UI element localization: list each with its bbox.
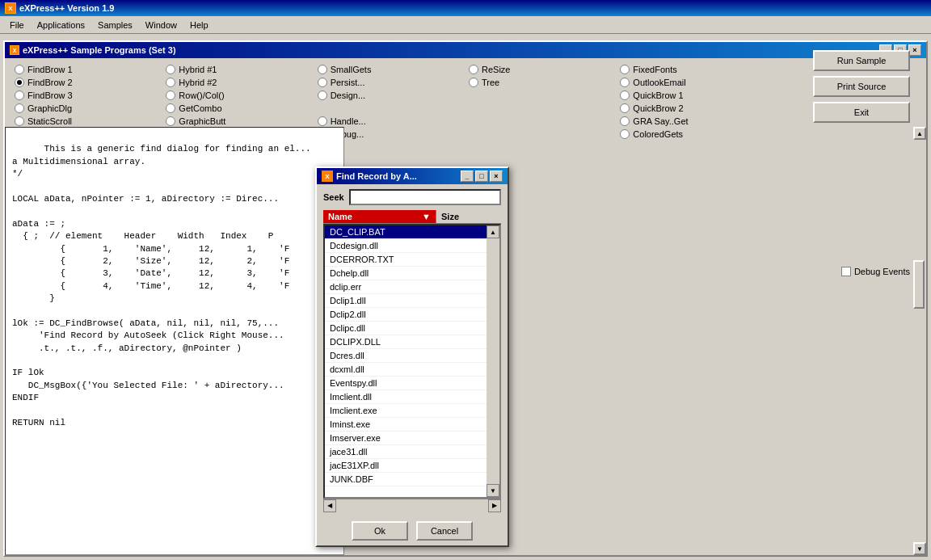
hscroll-left[interactable]: ◀ (323, 499, 336, 512)
radio-input-tree[interactable] (469, 78, 478, 87)
list-item[interactable]: dcxml.dll (325, 363, 487, 377)
dialog-close-button[interactable]: × (490, 171, 503, 182)
radio-input-findbrow2[interactable] (15, 78, 24, 87)
list-cell-name: Dclip2.dll (325, 309, 438, 320)
run-sample-button[interactable]: Run Sample (813, 50, 910, 71)
radio-label-grasayget: GRA Say..Get (633, 116, 688, 126)
cancel-button[interactable]: Cancel (416, 521, 473, 541)
radio-input-rowcol[interactable] (166, 91, 175, 100)
list-cell-size (438, 377, 487, 389)
menu-help[interactable]: Help (183, 19, 215, 32)
list-item[interactable]: JUNK.DBF (325, 473, 487, 486)
horizontal-scrollbar[interactable]: ◀ ▶ (323, 499, 501, 512)
print-source-button[interactable]: Print Source (813, 76, 910, 97)
list-item[interactable]: Dclipc.dll (325, 322, 487, 335)
dialog-title-left: X Find Record by A... (322, 171, 417, 182)
radio-input-findbrow1[interactable] (15, 65, 24, 74)
radio-input-graphicdlg[interactable] (15, 103, 24, 113)
radio-input-handlelink[interactable] (318, 116, 327, 126)
radio-input-coloredgets[interactable] (620, 129, 630, 139)
close-button[interactable]: × (908, 44, 921, 56)
list-cell-size (438, 254, 487, 265)
radio-input-design[interactable] (318, 91, 327, 100)
seek-input[interactable] (349, 189, 501, 205)
radio-label-design: Design... (331, 91, 365, 100)
menu-window[interactable]: Window (139, 19, 183, 32)
sample-window-icon: X (10, 45, 19, 55)
list-item[interactable]: Imclient.dll (325, 390, 487, 404)
find-record-dialog: X Find Record by A... _ □ × Seek Name ▼ (315, 166, 509, 547)
list-item[interactable]: Dclip1.dll (325, 294, 487, 308)
list-item[interactable]: DCLIPX.DLL (325, 335, 487, 349)
list-item[interactable]: Dchelp.dll (325, 267, 487, 280)
list-item[interactable]: Dcdesign.dll (325, 239, 487, 253)
radio-input-staticscroll[interactable] (15, 116, 24, 126)
list-item[interactable]: Imserver.exe (325, 432, 487, 445)
radio-input-quickbrow1[interactable] (620, 91, 630, 100)
menu-file[interactable]: File (3, 19, 31, 32)
list-column-name[interactable]: Name ▼ (323, 210, 436, 223)
radio-input-hybrid1[interactable] (166, 65, 175, 74)
radio-label-persist: Persist... (331, 78, 365, 87)
radio-input-grasayget[interactable] (620, 116, 630, 126)
sample-title-bar: X eXPress++ Sample Programs (Set 3) _ □ … (5, 42, 926, 58)
list-column-size[interactable]: Size (436, 210, 501, 223)
list-item[interactable]: dclip.err (325, 280, 487, 294)
scroll-down-arrow[interactable]: ▼ (913, 542, 926, 555)
scroll-up-arrow[interactable]: ▲ (913, 127, 926, 140)
hscroll-right[interactable]: ▶ (488, 499, 501, 512)
list-cell-name: Dcres.dll (325, 350, 438, 361)
list-item[interactable]: Dcres.dll (325, 349, 487, 363)
list-item[interactable]: Imclient.exe (325, 404, 487, 418)
radio-input-getcombo[interactable] (166, 103, 175, 113)
radio-input-hybrid2[interactable] (166, 78, 175, 87)
list-scroll-down[interactable]: ▼ (487, 484, 499, 497)
list-cell-size (438, 336, 487, 347)
radio-input-graphicbutt[interactable] (166, 116, 175, 126)
seek-label: Seek (323, 192, 344, 202)
scroll-thumb[interactable] (913, 260, 925, 309)
list-scroll-up[interactable]: ▲ (487, 225, 499, 238)
menu-applications[interactable]: Applications (31, 19, 91, 32)
exit-button[interactable]: Exit (813, 102, 910, 123)
list-item[interactable]: Iminst.exe (325, 418, 487, 432)
radio-quickbrow2: QuickBrow 2 (620, 103, 765, 113)
list-cell-name: DCERROR.TXT (325, 254, 438, 265)
list-item[interactable]: jace31.dll (325, 445, 487, 459)
radio-input-fixedfonts[interactable] (620, 65, 630, 74)
radio-label-findbrow1: FindBrow 1 (27, 65, 73, 74)
dialog-title-text: Find Record by A... (336, 171, 417, 181)
radio-input-quickbrow2[interactable] (620, 103, 630, 113)
radio-findbrow2: FindBrow 2 (15, 78, 159, 87)
file-list[interactable]: DC_CLIP.BATDcdesign.dllDCERROR.TXTDchelp… (323, 224, 501, 499)
list-item[interactable]: Dclip2.dll (325, 308, 487, 322)
list-item[interactable]: DC_CLIP.BAT (325, 225, 487, 239)
radio-label-coloredgets: ColoredGets (633, 129, 683, 139)
dialog-maximize-button[interactable]: □ (475, 171, 488, 182)
list-cell-name: dclip.err (325, 281, 438, 293)
debug-events-checkbox[interactable] (841, 267, 851, 276)
sort-arrow-icon: ▼ (422, 212, 431, 221)
dialog-minimize-button[interactable]: _ (461, 171, 474, 182)
list-cell-size (438, 419, 487, 430)
radio-getcombo: GetCombo (166, 103, 310, 113)
list-cell-name: jace31.dll (325, 446, 438, 457)
list-item[interactable]: jacE31XP.dll (325, 459, 487, 473)
radio-hybrid2: Hybrid #2 (166, 78, 310, 87)
list-item[interactable]: DCERROR.TXT (325, 253, 487, 267)
list-item[interactable]: Eventspy.dll (325, 377, 487, 390)
list-cell-name: DC_CLIP.BAT (325, 226, 438, 238)
radio-input-outlookemail[interactable] (620, 78, 630, 87)
radio-graphicdlg: GraphicDlg (15, 103, 159, 113)
list-scrollbar[interactable]: ▲ ▼ (487, 225, 499, 497)
app-icon: X (5, 2, 16, 14)
radio-input-smallgets[interactable] (318, 65, 327, 74)
list-cell-name: Dchelp.dll (325, 267, 438, 279)
vertical-scrollbar[interactable]: ▲ ▼ (913, 127, 926, 555)
ok-button[interactable]: Ok (352, 521, 408, 541)
menu-samples[interactable]: Samples (91, 19, 139, 32)
radio-input-persist[interactable] (318, 78, 327, 87)
radio-input-resize[interactable] (469, 65, 478, 74)
list-cell-name: Iminst.exe (325, 419, 438, 430)
radio-input-findbrow3[interactable] (15, 91, 24, 100)
